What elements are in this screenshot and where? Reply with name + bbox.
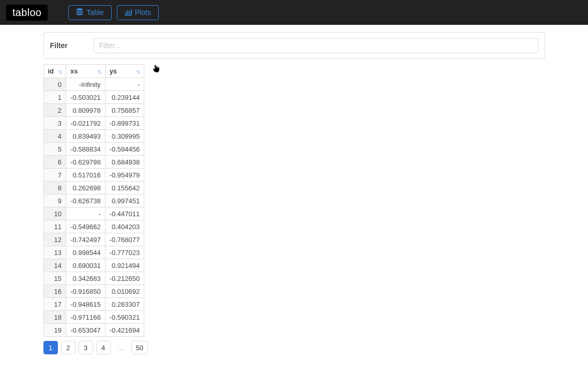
filter-input[interactable] (94, 38, 538, 53)
cell-id: 2 (43, 104, 66, 117)
cell-xs: -0.549662 (66, 220, 105, 233)
table-row: 11-0.5496620.404203 (43, 220, 144, 233)
table-row: 5-0.588834-0.594456 (43, 143, 144, 156)
column-header-id[interactable]: id ↑↓ (43, 65, 66, 78)
page-button-2[interactable]: 2 (61, 341, 76, 354)
cell-xs: -0.742497 (66, 233, 105, 246)
cell-ys: - (105, 78, 144, 91)
cell-xs: 0.517016 (66, 169, 105, 182)
table-row: 6-0.6297980.684938 (43, 156, 144, 169)
cell-id: 13 (43, 246, 66, 259)
cell-xs: -0.588834 (66, 143, 105, 156)
cell-ys: -0.954979 (105, 169, 144, 182)
cell-ys: 0.309995 (105, 130, 144, 143)
table-row: 0-Infinity- (43, 78, 144, 91)
table-row: 12-0.742497-0.768077 (43, 233, 144, 246)
cell-ys: 0.404203 (105, 220, 144, 233)
table-tab-button[interactable]: Table (68, 5, 111, 20)
page-button-50[interactable]: 50 (131, 341, 148, 354)
sort-icon: ↑↓ (58, 68, 62, 74)
main-container: Filter id ↑↓ xs ↑↓ (43, 32, 545, 354)
page-button-4[interactable]: 4 (96, 341, 111, 354)
cell-xs: 0.690031 (66, 259, 105, 272)
cell-id: 7 (43, 169, 66, 182)
table-row: 40.8394930.309995 (43, 130, 144, 143)
table-row: 9-0.6267380.997451 (43, 195, 144, 207)
cell-ys: -0.768077 (105, 233, 144, 246)
column-label: id (48, 67, 54, 75)
cell-xs: -0.653047 (66, 324, 105, 337)
plots-tab-label: Plots (135, 8, 151, 17)
cell-ys: -0.421694 (105, 324, 144, 337)
cell-id: 11 (43, 220, 66, 233)
table-row: 70.517016-0.954979 (43, 169, 144, 182)
page-button-3[interactable]: 3 (79, 341, 93, 354)
database-icon (76, 8, 83, 17)
table-row: 20.8099780.756857 (43, 104, 144, 117)
table-row: 140.6900310.921494 (43, 259, 144, 272)
cell-xs: -0.916850 (66, 285, 105, 298)
cell-xs: -0.971166 (66, 311, 105, 324)
sort-icon: ↑↓ (136, 68, 140, 74)
cell-ys: -0.594456 (105, 143, 144, 156)
page-button-1[interactable]: 1 (43, 341, 58, 354)
cell-id: 14 (43, 259, 66, 272)
brand-logo: tabloo (6, 5, 48, 21)
cell-xs: 0.262698 (66, 182, 105, 195)
table-row: 18-0.971166-0.590321 (43, 311, 144, 324)
table-body: 0-Infinity-1-0.5030210.23914420.8099780.… (43, 78, 144, 337)
cell-id: 10 (43, 207, 66, 220)
column-label: ys (110, 67, 117, 75)
cell-ys: 0.263307 (105, 298, 144, 311)
cell-id: 8 (43, 182, 66, 195)
cell-xs: 0.839493 (66, 130, 105, 143)
chart-icon (125, 8, 132, 17)
cell-xs: 0.998544 (66, 246, 105, 259)
cell-xs: -Infinity (66, 78, 105, 91)
table-row: 16-0.9168500.010692 (43, 285, 144, 298)
cell-xs: -0.626738 (66, 195, 105, 207)
cell-id: 1 (43, 91, 66, 104)
cell-ys: -0.899731 (105, 117, 144, 130)
cell-xs: -0.629798 (66, 156, 105, 169)
cell-ys: 0.756857 (105, 104, 144, 117)
table-row: 150.342683-0.212650 (43, 272, 144, 285)
cell-ys: 0.684938 (105, 156, 144, 169)
column-header-ys[interactable]: ys ↑↓ (105, 65, 144, 78)
page-ellipsis: … (114, 341, 128, 354)
cell-id: 17 (43, 298, 66, 311)
data-table: id ↑↓ xs ↑↓ ys ↑↓ 0-Infi (43, 64, 145, 337)
cell-id: 19 (43, 324, 66, 337)
cell-id: 5 (43, 143, 66, 156)
table-row: 10--0.447011 (43, 207, 144, 220)
cell-xs: 0.342683 (66, 272, 105, 285)
cell-xs: -0.503021 (66, 91, 105, 104)
cell-id: 4 (43, 130, 66, 143)
cell-id: 12 (43, 233, 66, 246)
cell-ys: -0.590321 (105, 311, 144, 324)
cell-ys: -0.777023 (105, 246, 144, 259)
cell-ys: 0.155642 (105, 182, 144, 195)
cell-id: 6 (43, 156, 66, 169)
cell-id: 15 (43, 272, 66, 285)
cell-ys: 0.010692 (105, 285, 144, 298)
table-tab-label: Table (86, 8, 103, 17)
column-header-xs[interactable]: xs ↑↓ (66, 65, 105, 78)
cell-ys: -0.447011 (105, 207, 144, 220)
cell-id: 9 (43, 195, 66, 207)
table-row: 1-0.5030210.239144 (43, 91, 144, 104)
sort-icon: ↑↓ (97, 68, 101, 74)
cell-ys: 0.997451 (105, 195, 144, 207)
table-row: 130.998544-0.777023 (43, 246, 144, 259)
filter-label: Filter (50, 41, 86, 50)
cell-ys: 0.921494 (105, 259, 144, 272)
navbar: tabloo Table Plots (0, 0, 588, 25)
filter-panel: Filter (43, 32, 545, 59)
table-row: 17-0.9486150.263307 (43, 298, 144, 311)
cell-xs: 0.809978 (66, 104, 105, 117)
cell-id: 18 (43, 311, 66, 324)
cell-ys: 0.239144 (105, 91, 144, 104)
column-label: xs (70, 67, 78, 75)
plots-tab-button[interactable]: Plots (117, 5, 159, 20)
cell-xs: -0.021792 (66, 117, 105, 130)
